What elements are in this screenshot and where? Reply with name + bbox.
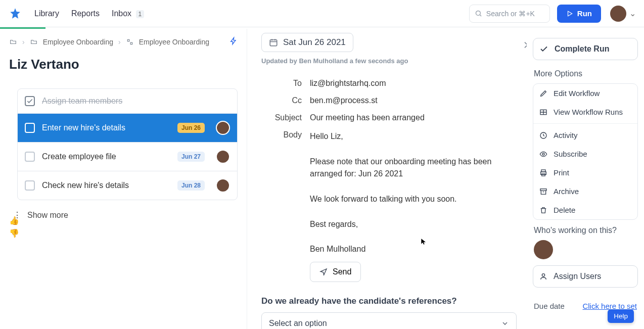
subscribe-label: Subscribe <box>554 150 587 158</box>
email-cc-label: Cc <box>261 96 302 105</box>
svg-point-0 <box>476 11 480 16</box>
select-placeholder: Select an option <box>269 319 327 328</box>
activity-option[interactable]: Activity <box>533 126 637 145</box>
send-button-label: Send <box>333 267 351 276</box>
complete-run-label: Complete Run <box>555 44 609 54</box>
print-option[interactable]: Print <box>533 163 637 182</box>
task-checkbox[interactable] <box>25 180 35 191</box>
archive-option[interactable]: Archive <box>533 182 637 201</box>
task-label: Enter new hire's details <box>42 123 125 132</box>
nav-inbox[interactable]: Inbox 1 <box>112 9 144 18</box>
clock-icon <box>539 131 547 139</box>
more-options-title: More Options <box>534 69 638 78</box>
left-panel: › Employee Onboarding › Employee Onboard… <box>0 29 247 329</box>
task-list: 1 Assign team members 2 Enter new hire's… <box>17 88 238 200</box>
due-date-row: Due date Click here to set <box>533 297 638 310</box>
who-working-title: Who's working on this? <box>534 226 638 235</box>
svg-line-1 <box>480 15 481 16</box>
assign-users-button[interactable]: Assign Users <box>533 265 638 288</box>
task-checkbox[interactable] <box>25 96 35 106</box>
task-assignee-avatar[interactable] <box>216 121 230 135</box>
email-subject-label: Subject <box>261 113 302 122</box>
svg-point-17 <box>542 274 544 276</box>
star-icon <box>9 7 22 20</box>
inbox-count-badge: 1 <box>136 10 145 18</box>
thumbs-up-icon[interactable]: 👍 <box>9 216 19 225</box>
chevron-right-icon: › <box>22 38 25 46</box>
svg-rect-4 <box>270 40 277 46</box>
date-picker[interactable]: Sat Jun 26 2021 <box>261 33 353 52</box>
assignee-avatar[interactable] <box>534 240 553 259</box>
breadcrumb-folder-1[interactable]: Employee Onboarding <box>43 38 113 46</box>
task-due-badge: Jun 26 <box>177 123 205 133</box>
activity-label: Activity <box>554 131 578 139</box>
task-checkbox[interactable] <box>25 152 35 162</box>
email-preview: To liz@brightstarhq.com Cc ben.m@process… <box>261 79 517 282</box>
play-icon <box>566 10 573 17</box>
breadcrumb: › Employee Onboarding › Employee Onboard… <box>9 36 238 48</box>
search-icon <box>475 10 482 17</box>
email-to-value: liz@brightstarhq.com <box>310 79 517 88</box>
task-assignee-avatar[interactable] <box>216 150 230 164</box>
folder-icon[interactable] <box>9 38 17 45</box>
chevron-right-icon: › <box>118 38 121 46</box>
chevron-down-icon[interactable]: ⌄ <box>629 9 636 18</box>
view-runs-label: View Workflow Runs <box>554 108 623 116</box>
workflow-icon[interactable] <box>126 38 134 45</box>
task-due-badge: Jun 28 <box>177 180 205 191</box>
eye-icon <box>539 150 547 158</box>
nav-inbox-label: Inbox <box>112 9 131 18</box>
run-button-label: Run <box>577 9 592 18</box>
breadcrumb-folder-2[interactable]: Employee Onboarding <box>139 38 209 46</box>
automation-icon[interactable] <box>229 36 238 48</box>
user-icon <box>539 272 547 280</box>
right-panel: Complete Run More Options Edit Workflow … <box>527 29 644 329</box>
due-date-label: Due date <box>534 302 565 310</box>
task-checkbox[interactable] <box>25 123 35 133</box>
run-title: Liz Vertano <box>9 57 238 72</box>
email-body-value: Hello Liz, Please note that our onboardi… <box>310 130 517 256</box>
edit-workflow-option[interactable]: Edit Workflow <box>533 84 637 103</box>
task-row[interactable]: Check new hire's details Jun 28 <box>18 171 237 200</box>
subscribe-option[interactable]: Subscribe <box>533 145 637 163</box>
email-subject-value: Our meeting has been arranged <box>310 113 517 122</box>
nav-library[interactable]: Library <box>34 9 59 18</box>
view-runs-option[interactable]: View Workflow Runs <box>533 103 637 121</box>
thumbs-down-icon[interactable]: 👎 <box>9 228 19 238</box>
svg-rect-16 <box>540 189 546 190</box>
top-nav: Library Reports Inbox 1 Search or ⌘+K Ru… <box>0 0 644 27</box>
task-label: Check new hire's details <box>42 181 129 190</box>
email-body-label: Body <box>261 130 302 139</box>
folder-icon[interactable] <box>30 38 38 45</box>
date-value: Sat Jun 26 2021 <box>283 37 346 48</box>
complete-run-button[interactable]: Complete Run <box>533 38 638 60</box>
task-assignee-avatar[interactable] <box>216 178 230 193</box>
check-icon <box>26 98 33 105</box>
search-placeholder: Search or ⌘+K <box>486 10 535 18</box>
email-cc-value: ben.m@process.st <box>310 96 517 105</box>
task-row[interactable]: 2 Enter new hire's details Jun 26 <box>18 113 237 142</box>
email-to-label: To <box>261 79 302 88</box>
table-icon <box>539 108 547 116</box>
run-button[interactable]: Run <box>557 5 601 23</box>
help-button[interactable]: Help <box>608 309 634 323</box>
nav-reports[interactable]: Reports <box>71 9 100 18</box>
print-label: Print <box>554 168 569 177</box>
task-row[interactable]: 3 Create employee file Jun 27 <box>18 142 237 171</box>
check-icon <box>539 44 548 54</box>
assign-users-label: Assign Users <box>554 272 601 281</box>
collapse-right-icon[interactable] <box>522 39 527 53</box>
delete-option[interactable]: Delete <box>533 201 637 219</box>
app-logo[interactable] <box>8 7 22 21</box>
search-input[interactable]: Search or ⌘+K <box>469 5 550 23</box>
task-label: Assign team members <box>42 97 122 106</box>
archive-icon <box>539 187 547 196</box>
archive-label: Archive <box>554 187 579 196</box>
delete-label: Delete <box>554 206 575 214</box>
references-select[interactable]: Select an option <box>261 312 517 329</box>
task-row[interactable]: 1 Assign team members <box>18 89 237 113</box>
send-button[interactable]: Send <box>310 262 361 282</box>
show-more-button[interactable]: ⋮ Show more <box>9 200 238 230</box>
user-avatar[interactable] <box>610 6 626 22</box>
svg-rect-3 <box>130 42 132 44</box>
